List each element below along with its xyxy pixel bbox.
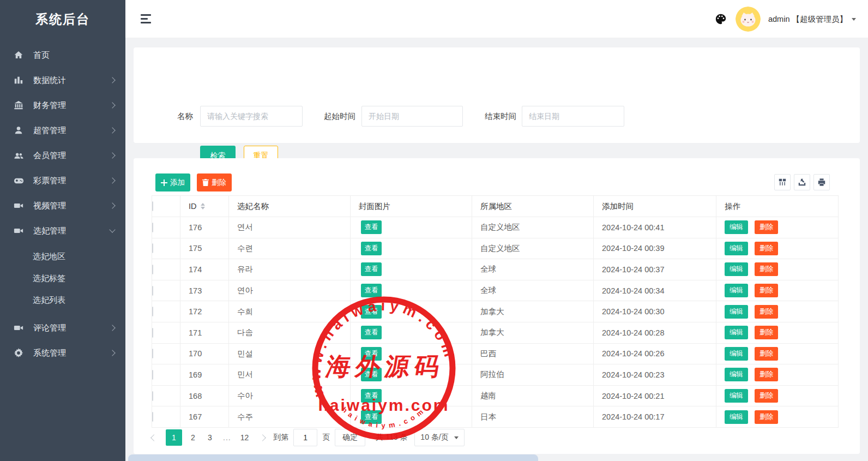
view-cover-button[interactable]: 查看 (361, 262, 382, 276)
filter-columns-button[interactable] (774, 174, 791, 190)
edit-button[interactable]: 编辑 (725, 389, 748, 403)
name-search-input[interactable] (200, 106, 303, 127)
end-date-input[interactable] (522, 106, 624, 127)
cell-name: 민서 (229, 364, 351, 386)
sidebar-item-system[interactable]: 系统管理 (0, 340, 125, 366)
sidebar-item-statistics[interactable]: 数据统计 (0, 68, 125, 93)
page-size-value: 10 条/页 (420, 433, 448, 442)
table-row: 175 수련 查看 自定义地区 2024-10-24 00:39 编辑 删除 (152, 238, 839, 259)
view-cover-button[interactable]: 查看 (361, 347, 382, 361)
row-delete-button[interactable]: 删除 (755, 368, 778, 381)
row-delete-button[interactable]: 删除 (755, 284, 778, 297)
cell-time: 2024-10-24 00:23 (594, 364, 716, 386)
row-checkbox[interactable] (152, 328, 153, 338)
view-cover-button[interactable]: 查看 (361, 220, 382, 234)
gear-icon (13, 348, 24, 358)
next-page-icon[interactable] (259, 434, 266, 441)
edit-button[interactable]: 编辑 (725, 368, 748, 381)
sidebar-subitem-list[interactable]: 选妃列表 (0, 289, 125, 311)
table-tool-icons (774, 174, 830, 190)
cell-id: 173 (180, 280, 229, 301)
caret-down-icon (454, 436, 459, 439)
confirm-page-button[interactable]: 确定 (335, 429, 365, 446)
row-delete-button[interactable]: 删除 (755, 220, 778, 234)
edit-button[interactable]: 编辑 (725, 242, 748, 255)
page-1[interactable]: 1 (166, 429, 182, 446)
sidebar-item-comments[interactable]: 评论管理 (0, 315, 125, 340)
chevron-right-icon (109, 127, 115, 133)
sidebar-subitem-tag[interactable]: 选妃标签 (0, 267, 125, 289)
filter-card: 名称 起始时间 结束时间 检索 重置 (134, 47, 860, 143)
edit-button[interactable]: 编辑 (725, 220, 748, 234)
sidebar-menu: 首页 数据统计 财务管理 超管管理 会 (0, 38, 125, 366)
row-checkbox[interactable] (152, 265, 153, 274)
cell-name: 연아 (229, 280, 351, 301)
row-checkbox[interactable] (152, 349, 153, 358)
sidebar-item-label: 选妃管理 (33, 226, 66, 236)
row-delete-button[interactable]: 删除 (755, 326, 778, 339)
admin-menu[interactable]: admin 【超级管理员】 (768, 14, 856, 25)
view-cover-button[interactable]: 查看 (361, 284, 382, 297)
row-checkbox[interactable] (152, 391, 153, 401)
view-cover-button[interactable]: 查看 (361, 410, 382, 424)
table-row: 168 수아 查看 越南 2024-10-24 00:21 编辑 删除 (152, 385, 839, 406)
row-delete-button[interactable]: 删除 (755, 305, 778, 319)
sidebar-item-finance[interactable]: 财务管理 (0, 93, 125, 118)
select-all-checkbox[interactable] (152, 201, 153, 211)
sidebar-collapse-icon[interactable] (141, 14, 152, 23)
row-delete-button[interactable]: 删除 (755, 262, 778, 276)
sidebar-item-members[interactable]: 会员管理 (0, 143, 125, 168)
prev-page-icon[interactable] (150, 434, 158, 441)
page-2[interactable]: 2 (187, 429, 199, 446)
row-checkbox[interactable] (152, 243, 153, 253)
row-delete-button[interactable]: 删除 (755, 242, 778, 255)
sidebar-subitem-region[interactable]: 选妃地区 (0, 246, 125, 267)
view-cover-button[interactable]: 查看 (361, 368, 382, 381)
view-cover-button[interactable]: 查看 (361, 242, 382, 255)
export-button[interactable] (794, 174, 810, 190)
row-delete-button[interactable]: 删除 (755, 410, 778, 424)
edit-button[interactable]: 编辑 (725, 305, 748, 319)
page-12[interactable]: 12 (238, 429, 251, 446)
export-icon (798, 178, 806, 187)
sidebar-item-home[interactable]: 首页 (0, 43, 125, 68)
column-header-cover: 封面图片 (351, 196, 472, 217)
sort-icon[interactable] (201, 203, 205, 209)
avatar[interactable] (736, 7, 761, 32)
row-checkbox[interactable] (152, 412, 153, 422)
chevron-right-icon (109, 350, 115, 356)
page-size-select[interactable]: 10 条/页 (414, 429, 464, 446)
sidebar-item-xuanfei[interactable]: 选妃管理 (0, 218, 125, 243)
printer-icon (817, 178, 826, 187)
start-date-input[interactable] (361, 106, 463, 127)
row-checkbox[interactable] (152, 286, 153, 296)
sidebar-item-superadmin[interactable]: 超管管理 (0, 118, 125, 143)
cell-time: 2024-10-24 00:26 (594, 343, 716, 364)
cell-region: 自定义地区 (472, 217, 594, 238)
add-button[interactable]: 添加 (155, 173, 190, 191)
view-cover-button[interactable]: 查看 (361, 305, 382, 319)
delete-button[interactable]: 删除 (197, 173, 232, 191)
cell-region: 阿拉伯 (472, 364, 594, 386)
home-icon (13, 50, 24, 61)
row-delete-button[interactable]: 删除 (755, 389, 778, 403)
row-checkbox[interactable] (152, 223, 153, 232)
row-checkbox[interactable] (152, 307, 153, 316)
page-3[interactable]: 3 (204, 429, 216, 446)
view-cover-button[interactable]: 查看 (361, 389, 382, 403)
edit-button[interactable]: 编辑 (725, 284, 748, 297)
edit-button[interactable]: 编辑 (725, 262, 748, 276)
sidebar-item-video[interactable]: 视频管理 (0, 193, 125, 218)
row-delete-button[interactable]: 删除 (755, 347, 778, 361)
theme-palette-icon[interactable] (714, 12, 728, 26)
video-camera-icon (13, 322, 24, 333)
sidebar-item-lottery[interactable]: 彩票管理 (0, 168, 125, 193)
edit-button[interactable]: 编辑 (725, 326, 748, 339)
goto-page-input[interactable] (293, 429, 317, 446)
print-button[interactable] (813, 174, 830, 190)
row-checkbox[interactable] (152, 370, 153, 380)
edit-button[interactable]: 编辑 (725, 347, 748, 361)
chevron-down-icon (109, 226, 115, 232)
view-cover-button[interactable]: 查看 (361, 326, 382, 339)
edit-button[interactable]: 编辑 (725, 410, 748, 424)
